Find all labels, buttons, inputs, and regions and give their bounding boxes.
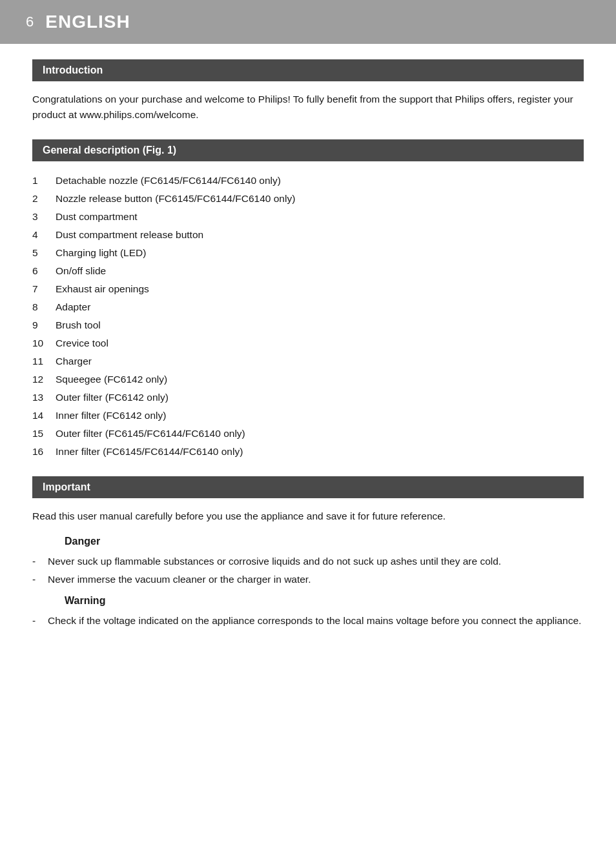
list-item: 10Crevice tool	[32, 334, 584, 352]
item-text: Outer filter (FC6145/FC6144/FC6140 only)	[56, 426, 584, 441]
item-number: 3	[32, 209, 56, 225]
item-number: 7	[32, 281, 56, 297]
list-item: 9Brush tool	[32, 316, 584, 334]
item-text: On/off slide	[56, 263, 584, 279]
item-text: Charger	[56, 354, 584, 369]
introduction-body: Congratulations on your purchase and wel…	[32, 92, 584, 123]
list-item: 13Outer filter (FC6142 only)	[32, 389, 584, 407]
item-text: Adapter	[56, 299, 584, 315]
item-number: 10	[32, 336, 56, 351]
page-language: ENGLISH	[45, 12, 130, 32]
dash-icon: -	[32, 613, 48, 629]
item-number: 6	[32, 263, 56, 279]
item-text: Detachable nozzle (FC6145/FC6144/FC6140 …	[56, 173, 584, 188]
list-item: 11Charger	[32, 352, 584, 370]
important-body: Read this user manual carefully before y…	[32, 509, 584, 524]
list-item: 6On/off slide	[32, 262, 584, 280]
introduction-section: Introduction Congratulations on your pur…	[32, 59, 584, 123]
list-item: 2Nozzle release button (FC6145/FC6144/FC…	[32, 190, 584, 208]
introduction-title: Introduction	[43, 65, 103, 76]
list-item: 5Charging light (LED)	[32, 244, 584, 262]
item-text: Brush tool	[56, 318, 584, 333]
item-number: 4	[32, 227, 56, 243]
main-content: Introduction Congratulations on your pur…	[0, 44, 616, 665]
list-item: 14Inner filter (FC6142 only)	[32, 407, 584, 425]
item-number: 2	[32, 191, 56, 207]
item-text: Inner filter (FC6142 only)	[56, 408, 584, 423]
item-text: Nozzle release button (FC6145/FC6144/FC6…	[56, 191, 584, 207]
item-text: Charging light (LED)	[56, 245, 584, 261]
list-item: 1Detachable nozzle (FC6145/FC6144/FC6140…	[32, 172, 584, 190]
dash-icon: -	[32, 554, 48, 569]
item-text: Dust compartment release button	[56, 227, 584, 243]
general-description-title: General description (Fig. 1)	[43, 145, 176, 156]
item-text: Squeegee (FC6142 only)	[56, 372, 584, 387]
item-number: 9	[32, 318, 56, 333]
danger-list: -Never suck up flammable substances or c…	[32, 552, 584, 589]
item-number: 14	[32, 408, 56, 423]
dash-icon: -	[32, 572, 48, 587]
general-description-header: General description (Fig. 1)	[32, 139, 584, 161]
item-number: 15	[32, 426, 56, 441]
important-section: Important Read this user manual carefull…	[32, 476, 584, 630]
list-item: 16Inner filter (FC6145/FC6144/FC6140 onl…	[32, 443, 584, 461]
list-item: 8Adapter	[32, 298, 584, 316]
item-text: Never immerse the vacuum cleaner or the …	[48, 572, 584, 587]
page-number: 6	[26, 14, 34, 30]
item-number: 13	[32, 390, 56, 405]
list-item: -Never suck up flammable substances or c…	[32, 552, 584, 570]
page: 6 ENGLISH Introduction Congratulations o…	[0, 0, 616, 868]
description-list: 1Detachable nozzle (FC6145/FC6144/FC6140…	[32, 172, 584, 461]
item-number: 8	[32, 299, 56, 315]
item-text: Check if the voltage indicated on the ap…	[48, 613, 584, 629]
general-description-section: General description (Fig. 1) 1Detachable…	[32, 139, 584, 461]
item-number: 11	[32, 354, 56, 369]
item-text: Exhaust air openings	[56, 281, 584, 297]
important-title: Important	[43, 481, 90, 492]
warning-list: -Check if the voltage indicated on the a…	[32, 612, 584, 630]
list-item: 4Dust compartment release button	[32, 226, 584, 244]
item-number: 16	[32, 444, 56, 459]
page-header: 6 ENGLISH	[0, 0, 616, 44]
item-text: Crevice tool	[56, 336, 584, 351]
warning-title: Warning	[32, 595, 584, 607]
item-text: Never suck up flammable substances or co…	[48, 554, 584, 569]
item-text: Inner filter (FC6145/FC6144/FC6140 only)	[56, 444, 584, 459]
list-item: -Never immerse the vacuum cleaner or the…	[32, 570, 584, 589]
list-item: 7Exhaust air openings	[32, 280, 584, 298]
item-number: 1	[32, 173, 56, 188]
item-number: 5	[32, 245, 56, 261]
list-item: 3Dust compartment	[32, 208, 584, 226]
danger-title: Danger	[32, 536, 584, 547]
introduction-header: Introduction	[32, 59, 584, 81]
list-item: -Check if the voltage indicated on the a…	[32, 612, 584, 630]
item-text: Dust compartment	[56, 209, 584, 225]
item-text: Outer filter (FC6142 only)	[56, 390, 584, 405]
list-item: 15Outer filter (FC6145/FC6144/FC6140 onl…	[32, 425, 584, 443]
important-header: Important	[32, 476, 584, 498]
item-number: 12	[32, 372, 56, 387]
list-item: 12Squeegee (FC6142 only)	[32, 370, 584, 389]
